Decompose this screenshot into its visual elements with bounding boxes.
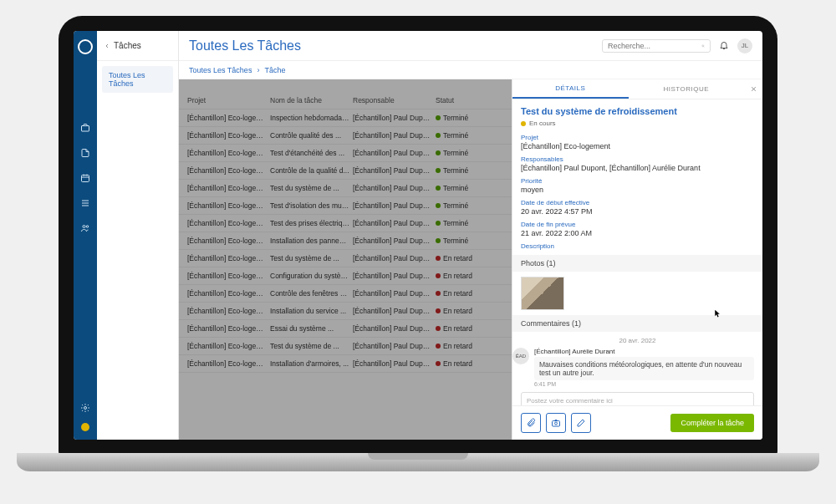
sub-sidebar-header[interactable]: Tâches xyxy=(97,31,178,61)
photos-header: Photos (1) xyxy=(512,255,762,272)
cell-task: Essai du système ... xyxy=(270,324,349,333)
mouse-cursor-icon xyxy=(714,306,722,314)
notifications-button[interactable] xyxy=(719,38,729,53)
table-row[interactable]: [Échantillon] Eco-logementContrôle des f… xyxy=(179,285,512,303)
field-value-owners: [Échantillon] Paul Dupont, [Échantillon]… xyxy=(521,164,754,172)
table-row[interactable]: [Échantillon] Eco-logementTest d'isolati… xyxy=(179,197,512,215)
table-row[interactable]: [Échantillon] Eco-logementTest du systèm… xyxy=(179,180,512,197)
cell-project: [Échantillon] Eco-logement xyxy=(187,184,267,192)
svg-point-5 xyxy=(702,44,704,46)
search-box[interactable] xyxy=(602,39,711,53)
field-value-project: [Échantillon] Eco-logement xyxy=(521,142,754,150)
sidebar-item-all-tasks[interactable]: Toutes Les Tâches xyxy=(102,66,173,93)
cell-task: Installation des panneau... xyxy=(270,237,349,245)
users-icon[interactable] xyxy=(74,218,97,238)
user-avatar[interactable]: JL xyxy=(737,38,752,53)
table-row[interactable]: [Échantillon] Eco-logementTest d'étanché… xyxy=(179,145,512,162)
comment-text: Mauvaises conditions météorologiques, en… xyxy=(534,357,754,380)
list-icon[interactable] xyxy=(74,193,97,213)
cell-owner: [Échantillon] Paul Dupont... xyxy=(353,219,432,227)
svg-rect-1 xyxy=(82,175,89,181)
cell-project: [Échantillon] Eco-logement xyxy=(187,219,267,227)
camera-button[interactable] xyxy=(546,413,566,433)
cell-task: Test d'isolation des murs... xyxy=(270,201,349,210)
cell-owner: [Échantillon] Paul Dupont... xyxy=(353,307,432,315)
tab-history[interactable]: HISTORIQUE xyxy=(629,79,745,99)
breadcrumb-root[interactable]: Toutes Les Tâches xyxy=(189,66,252,74)
table-row[interactable]: [Échantillon] Eco-logementInstallation d… xyxy=(179,355,512,373)
cell-task: Test d'étanchéité des ... xyxy=(270,149,349,157)
icon-rail xyxy=(74,31,97,440)
table-row[interactable]: [Échantillon] Eco-logementContrôle de la… xyxy=(179,162,512,180)
cell-project: [Échantillon] Eco-logement xyxy=(187,201,267,210)
cell-status: En retard xyxy=(436,272,477,280)
cell-status: Terminé xyxy=(436,201,477,210)
cell-status: En retard xyxy=(436,307,477,315)
cell-task: Contrôle qualité des ... xyxy=(270,131,349,140)
field-label-priority: Priorité xyxy=(521,177,754,185)
cell-status: En retard xyxy=(436,324,477,333)
field-value-end: 21 avr. 2022 2:00 AM xyxy=(521,229,754,237)
col-task[interactable]: Nom de la tâche xyxy=(270,96,349,104)
cell-owner: [Échantillon] Paul Dupont... xyxy=(353,359,432,368)
search-input[interactable] xyxy=(608,42,701,50)
main-area: Toutes Les Tâches JL Toutes Les Tâches ›… xyxy=(179,31,762,440)
col-owner[interactable]: Responsable xyxy=(353,96,432,104)
table-row[interactable]: [Échantillon] Eco-logementConfiguration … xyxy=(179,267,512,285)
cell-project: [Échantillon] Eco-logement xyxy=(187,237,267,245)
cell-project: [Échantillon] Eco-logement xyxy=(187,131,267,140)
table-row[interactable]: [Échantillon] Eco-logementEssai du systè… xyxy=(179,320,512,338)
comment-item: ÉAD [Échantillon] Aurélie Durant Mauvais… xyxy=(521,348,754,387)
cell-project: [Échantillon] Eco-logement xyxy=(187,359,267,368)
cell-status: Terminé xyxy=(436,131,477,140)
cell-owner: [Échantillon] Paul Dupont... xyxy=(353,131,432,140)
svg-rect-6 xyxy=(553,421,560,427)
table-row[interactable]: [Échantillon] Eco-logementInspection heb… xyxy=(179,109,512,127)
cell-owner: [Échantillon] Paul Dupont... xyxy=(353,237,432,245)
cell-status: Terminé xyxy=(436,166,477,175)
chevron-left-icon xyxy=(104,43,110,49)
breadcrumb: Toutes Les Tâches › Tâche xyxy=(179,61,762,79)
briefcase-icon[interactable] xyxy=(74,118,97,138)
status-indicator-icon xyxy=(81,423,89,431)
table-row[interactable]: [Échantillon] Eco-logementInstallation d… xyxy=(179,232,512,250)
cell-project: [Échantillon] Eco-logement xyxy=(187,307,267,315)
breadcrumb-current: Tâche xyxy=(264,66,285,74)
table-row[interactable]: [Échantillon] Eco-logementTest du systèm… xyxy=(179,250,512,267)
table-row[interactable]: [Échantillon] Eco-logementContrôle quali… xyxy=(179,127,512,145)
attach-button[interactable] xyxy=(521,413,541,433)
complete-task-button[interactable]: Compléter la tâche xyxy=(670,414,754,432)
cell-task: Contrôle de la qualité d... xyxy=(270,166,349,175)
sub-sidebar: Tâches Toutes Les Tâches xyxy=(97,31,179,440)
table-row[interactable]: [Échantillon] Eco-logementTest du systèm… xyxy=(179,338,512,355)
cell-project: [Échantillon] Eco-logement xyxy=(187,289,267,298)
settings-icon[interactable] xyxy=(74,398,97,418)
topbar: Toutes Les Tâches JL xyxy=(179,31,762,61)
cell-status: En retard xyxy=(436,359,477,368)
field-value-priority: moyen xyxy=(521,186,754,194)
field-label-start: Date de début effective xyxy=(521,199,754,206)
field-label-project: Projet xyxy=(521,134,754,141)
task-table-area: Projet Nom de la tâche Responsable Statu… xyxy=(179,79,512,440)
cell-task: Test du système de ... xyxy=(270,184,349,192)
app-logo-icon[interactable] xyxy=(78,39,93,54)
cell-project: [Échantillon] Eco-logement xyxy=(187,166,267,175)
close-panel-button[interactable] xyxy=(744,79,762,99)
cell-owner: [Échantillon] Paul Dupont... xyxy=(353,342,432,350)
photo-thumbnail[interactable] xyxy=(521,277,564,310)
document-icon[interactable] xyxy=(74,143,97,163)
col-project[interactable]: Projet xyxy=(187,96,267,104)
cell-task: Installation du service ... xyxy=(270,307,349,315)
cell-project: [Échantillon] Eco-logement xyxy=(187,324,267,333)
table-row[interactable]: [Échantillon] Eco-logementInstallation d… xyxy=(179,303,512,320)
cell-status: En retard xyxy=(436,289,477,298)
comment-input[interactable]: Postez votre commentaire ici xyxy=(521,392,754,405)
cell-task: Installation d'armoires, ... xyxy=(270,359,349,368)
comment-avatar: ÉAD xyxy=(512,348,529,364)
calendar-icon[interactable] xyxy=(74,168,97,188)
tab-details[interactable]: DÉTAILS xyxy=(512,79,629,99)
sub-sidebar-title: Tâches xyxy=(114,41,141,50)
col-status[interactable]: Statut xyxy=(436,96,477,104)
table-row[interactable]: [Échantillon] Eco-logementTest des prise… xyxy=(179,215,512,232)
edit-button[interactable] xyxy=(571,413,591,433)
